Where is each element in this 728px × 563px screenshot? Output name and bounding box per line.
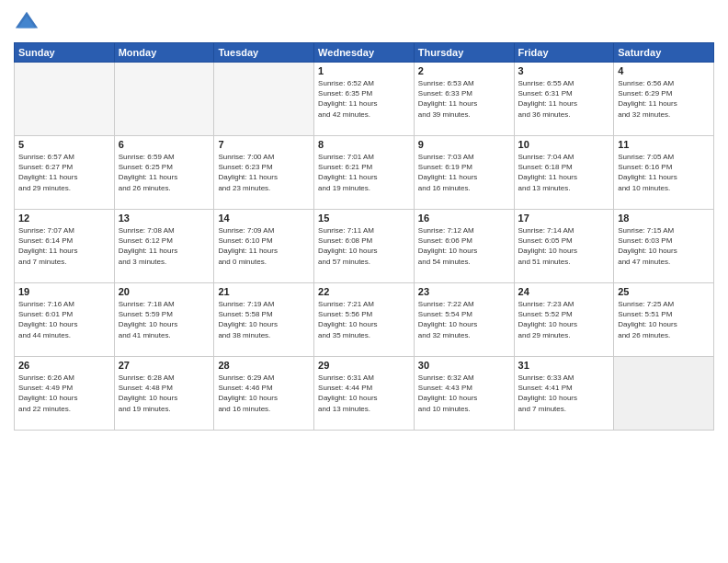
calendar-cell	[214, 63, 314, 136]
day-info: Sunrise: 7:25 AM Sunset: 5:51 PM Dayligh…	[618, 299, 710, 340]
calendar-cell	[114, 63, 214, 136]
calendar-cell: 25Sunrise: 7:25 AM Sunset: 5:51 PM Dayli…	[614, 283, 714, 357]
calendar-cell: 21Sunrise: 7:19 AM Sunset: 5:58 PM Dayli…	[214, 283, 314, 357]
calendar-cell: 7Sunrise: 7:00 AM Sunset: 6:23 PM Daylig…	[214, 136, 314, 210]
calendar-cell: 13Sunrise: 7:08 AM Sunset: 6:12 PM Dayli…	[114, 210, 214, 283]
calendar-cell: 5Sunrise: 6:57 AM Sunset: 6:27 PM Daylig…	[15, 136, 115, 210]
day-number: 30	[418, 360, 510, 371]
calendar-cell: 17Sunrise: 7:14 AM Sunset: 6:05 PM Dayli…	[514, 210, 614, 283]
day-number: 11	[618, 139, 710, 150]
calendar-cell: 30Sunrise: 6:32 AM Sunset: 4:43 PM Dayli…	[414, 357, 514, 431]
day-info: Sunrise: 6:56 AM Sunset: 6:29 PM Dayligh…	[618, 78, 710, 120]
calendar-cell	[614, 357, 714, 431]
day-number: 14	[218, 213, 310, 224]
day-info: Sunrise: 6:32 AM Sunset: 4:43 PM Dayligh…	[418, 373, 510, 414]
day-number: 22	[318, 286, 410, 297]
day-info: Sunrise: 6:28 AM Sunset: 4:48 PM Dayligh…	[119, 373, 210, 414]
day-info: Sunrise: 7:11 AM Sunset: 6:08 PM Dayligh…	[318, 225, 410, 267]
calendar-cell: 23Sunrise: 7:22 AM Sunset: 5:54 PM Dayli…	[414, 283, 514, 357]
day-number: 23	[418, 286, 510, 297]
day-number: 4	[618, 65, 710, 76]
calendar-cell: 28Sunrise: 6:29 AM Sunset: 4:46 PM Dayli…	[214, 357, 314, 431]
calendar-week-row: 19Sunrise: 7:16 AM Sunset: 6:01 PM Dayli…	[15, 283, 714, 357]
day-number: 9	[418, 139, 510, 150]
day-number: 12	[18, 213, 110, 224]
day-info: Sunrise: 6:52 AM Sunset: 6:35 PM Dayligh…	[318, 78, 410, 120]
calendar-cell: 6Sunrise: 6:59 AM Sunset: 6:25 PM Daylig…	[114, 136, 214, 210]
calendar-cell: 29Sunrise: 6:31 AM Sunset: 4:44 PM Dayli…	[314, 357, 415, 431]
day-number: 31	[518, 360, 610, 371]
calendar-cell: 26Sunrise: 6:26 AM Sunset: 4:49 PM Dayli…	[15, 357, 115, 431]
calendar-cell: 22Sunrise: 7:21 AM Sunset: 5:56 PM Dayli…	[314, 283, 415, 357]
calendar-table: SundayMondayTuesdayWednesdayThursdayFrid…	[14, 42, 714, 431]
calendar-cell: 12Sunrise: 7:07 AM Sunset: 6:14 PM Dayli…	[15, 210, 115, 283]
day-number: 13	[119, 213, 210, 224]
calendar-cell: 9Sunrise: 7:03 AM Sunset: 6:19 PM Daylig…	[414, 136, 514, 210]
day-info: Sunrise: 7:03 AM Sunset: 6:19 PM Dayligh…	[418, 152, 510, 193]
day-info: Sunrise: 6:26 AM Sunset: 4:49 PM Dayligh…	[18, 373, 110, 414]
day-info: Sunrise: 6:53 AM Sunset: 6:33 PM Dayligh…	[418, 78, 510, 120]
day-info: Sunrise: 6:57 AM Sunset: 6:27 PM Dayligh…	[18, 152, 110, 193]
day-info: Sunrise: 7:01 AM Sunset: 6:21 PM Dayligh…	[318, 152, 410, 193]
day-info: Sunrise: 7:08 AM Sunset: 6:12 PM Dayligh…	[119, 225, 210, 267]
page: SundayMondayTuesdayWednesdayThursdayFrid…	[0, 0, 728, 563]
weekday-header-thursday: Thursday	[414, 43, 514, 63]
day-number: 15	[318, 213, 410, 224]
weekday-header-row: SundayMondayTuesdayWednesdayThursdayFrid…	[15, 43, 714, 63]
calendar-week-row: 12Sunrise: 7:07 AM Sunset: 6:14 PM Dayli…	[15, 210, 714, 283]
logo-icon	[14, 9, 40, 35]
day-number: 24	[518, 286, 610, 297]
day-info: Sunrise: 7:15 AM Sunset: 6:03 PM Dayligh…	[618, 225, 710, 267]
day-number: 29	[318, 360, 410, 371]
calendar-cell: 20Sunrise: 7:18 AM Sunset: 5:59 PM Dayli…	[114, 283, 214, 357]
day-number: 10	[518, 139, 610, 150]
weekday-header-sunday: Sunday	[15, 43, 115, 63]
calendar-cell: 15Sunrise: 7:11 AM Sunset: 6:08 PM Dayli…	[314, 210, 415, 283]
day-info: Sunrise: 7:23 AM Sunset: 5:52 PM Dayligh…	[518, 299, 610, 340]
calendar-cell: 31Sunrise: 6:33 AM Sunset: 4:41 PM Dayli…	[514, 357, 614, 431]
calendar-cell: 8Sunrise: 7:01 AM Sunset: 6:21 PM Daylig…	[314, 136, 415, 210]
day-number: 19	[18, 286, 110, 297]
calendar-cell: 4Sunrise: 6:56 AM Sunset: 6:29 PM Daylig…	[614, 63, 714, 136]
day-info: Sunrise: 6:55 AM Sunset: 6:31 PM Dayligh…	[518, 78, 610, 120]
weekday-header-wednesday: Wednesday	[314, 43, 415, 63]
day-info: Sunrise: 7:12 AM Sunset: 6:06 PM Dayligh…	[418, 225, 510, 267]
day-number: 7	[218, 139, 310, 150]
day-info: Sunrise: 7:18 AM Sunset: 5:59 PM Dayligh…	[119, 299, 210, 340]
day-number: 17	[518, 213, 610, 224]
day-number: 21	[218, 286, 310, 297]
day-number: 2	[418, 65, 510, 76]
day-info: Sunrise: 6:31 AM Sunset: 4:44 PM Dayligh…	[318, 373, 410, 414]
weekday-header-saturday: Saturday	[614, 43, 714, 63]
day-info: Sunrise: 7:14 AM Sunset: 6:05 PM Dayligh…	[518, 225, 610, 267]
calendar-cell: 11Sunrise: 7:05 AM Sunset: 6:16 PM Dayli…	[614, 136, 714, 210]
calendar-cell: 18Sunrise: 7:15 AM Sunset: 6:03 PM Dayli…	[614, 210, 714, 283]
day-info: Sunrise: 7:21 AM Sunset: 5:56 PM Dayligh…	[318, 299, 410, 340]
calendar-cell: 14Sunrise: 7:09 AM Sunset: 6:10 PM Dayli…	[214, 210, 314, 283]
calendar-cell	[15, 63, 115, 136]
day-info: Sunrise: 7:09 AM Sunset: 6:10 PM Dayligh…	[218, 225, 310, 267]
day-number: 25	[618, 286, 710, 297]
day-info: Sunrise: 7:05 AM Sunset: 6:16 PM Dayligh…	[618, 152, 710, 193]
weekday-header-monday: Monday	[114, 43, 214, 63]
weekday-header-tuesday: Tuesday	[214, 43, 314, 63]
calendar-cell: 27Sunrise: 6:28 AM Sunset: 4:48 PM Dayli…	[114, 357, 214, 431]
day-number: 28	[218, 360, 310, 371]
calendar-cell: 1Sunrise: 6:52 AM Sunset: 6:35 PM Daylig…	[314, 63, 415, 136]
calendar-week-row: 5Sunrise: 6:57 AM Sunset: 6:27 PM Daylig…	[15, 136, 714, 210]
day-number: 3	[518, 65, 610, 76]
day-number: 1	[318, 65, 410, 76]
day-number: 26	[18, 360, 110, 371]
day-info: Sunrise: 7:04 AM Sunset: 6:18 PM Dayligh…	[518, 152, 610, 193]
day-number: 16	[418, 213, 510, 224]
day-info: Sunrise: 7:00 AM Sunset: 6:23 PM Dayligh…	[218, 152, 310, 193]
header	[14, 9, 714, 35]
day-info: Sunrise: 6:29 AM Sunset: 4:46 PM Dayligh…	[218, 373, 310, 414]
day-info: Sunrise: 7:07 AM Sunset: 6:14 PM Dayligh…	[18, 225, 110, 267]
calendar-cell: 2Sunrise: 6:53 AM Sunset: 6:33 PM Daylig…	[414, 63, 514, 136]
calendar-week-row: 26Sunrise: 6:26 AM Sunset: 4:49 PM Dayli…	[15, 357, 714, 431]
day-info: Sunrise: 6:33 AM Sunset: 4:41 PM Dayligh…	[518, 373, 610, 414]
day-number: 18	[618, 213, 710, 224]
day-number: 27	[119, 360, 210, 371]
calendar-cell: 24Sunrise: 7:23 AM Sunset: 5:52 PM Dayli…	[514, 283, 614, 357]
